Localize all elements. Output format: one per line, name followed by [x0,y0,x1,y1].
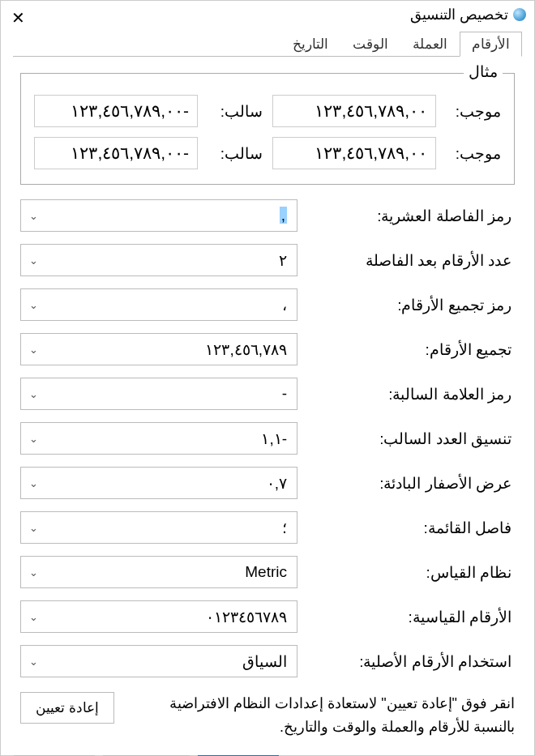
chevron-down-icon: ⌄ [29,477,38,489]
native-digits-select[interactable]: ⌄ السياق [20,645,297,677]
example-positive-value-2: ١٢٣,٤٥٦,٧٨٩,٠٠ [272,137,436,169]
window-title: تخصيص التنسيق [410,6,508,23]
standard-digits-select[interactable]: ⌄ ٠١٢٣٤٥٦٧٨٩ [20,600,297,633]
leading-zeros-select[interactable]: ⌄ ٠,٧ [20,467,297,499]
decimal-symbol-label: رمز الفاصلة العشرية: [297,207,515,225]
chevron-down-icon: ⌄ [29,433,38,445]
example-groupbox: مثال موجب: ١٢٣,٤٥٦,٧٨٩,٠٠ سالب: ١٢٣,٤٥٦,… [20,73,515,185]
chevron-down-icon: ⌄ [29,388,38,400]
decimal-symbol-select[interactable]: ⌄ , [20,199,297,232]
list-separator-select[interactable]: ⌄ ؛ [20,511,297,544]
digits-after-select[interactable]: ⌄ ٢ [20,244,297,276]
chevron-down-icon: ⌄ [29,254,38,267]
negative-sign-select[interactable]: ⌄ - [20,378,297,410]
close-icon[interactable]: ✕ [11,8,25,28]
digit-grouping-select[interactable]: ⌄ ١٢٣,٤٥٦,٧٨٩ [20,333,297,365]
example-negative-value-1: ١٢٣,٤٥٦,٧٨٩,٠٠- [34,95,198,127]
tab-currency[interactable]: العملة [400,32,460,57]
chevron-down-icon: ⌄ [29,344,38,356]
digits-after-label: عدد الأرقام بعد الفاصلة [297,251,515,270]
native-digits-label: استخدام الأرقام الأصلية: [297,652,515,671]
tab-numbers[interactable]: الأرقام [460,32,522,57]
measurement-label: نظام القياس: [297,563,515,582]
chevron-down-icon: ⌄ [29,210,38,222]
example-legend: مثال [464,62,503,81]
tab-content: مثال موجب: ١٢٣,٤٥٦,٧٨٩,٠٠ سالب: ١٢٣,٤٥٦,… [1,57,534,747]
digit-grouping-label: تجميع الأرقام: [297,340,515,359]
example-positive-label-2: موجب: [446,144,501,163]
grouping-symbol-label: رمز تجميع الأرقام: [297,296,515,314]
list-separator-label: فاصل القائمة: [297,519,515,537]
grouping-symbol-select[interactable]: ⌄ ، [20,288,297,321]
dialog-window: ✕ تخصيص التنسيق الأرقام العملة الوقت الت… [0,0,535,756]
example-negative-value-2: ١٢٣,٤٥٦,٧٨٩,٠٠- [34,137,198,169]
chevron-down-icon: ⌄ [29,656,38,668]
chevron-down-icon: ⌄ [29,611,38,623]
negative-format-label: تنسيق العدد السالب: [297,429,515,448]
tab-time[interactable]: الوقت [340,32,400,57]
reset-description: انقر فوق "إعادة تعيين" لاستعادة إعدادات … [126,692,515,739]
chevron-down-icon: ⌄ [29,299,38,311]
tab-date[interactable]: التاريخ [280,32,340,57]
leading-zeros-label: عرض الأصفار البادئة: [297,474,515,493]
example-negative-label-1: سالب: [208,102,263,121]
negative-sign-label: رمز العلامة السالبة: [297,385,515,404]
chevron-down-icon: ⌄ [29,522,38,534]
globe-icon [513,8,526,21]
dialog-footer: تطبيق إلغاء الأمر موافق [1,747,534,756]
example-positive-value-1: ١٢٣,٤٥٦,٧٨٩,٠٠ [272,95,436,127]
chevron-down-icon: ⌄ [29,566,38,579]
example-negative-label-2: سالب: [208,144,263,163]
tab-strip: الأرقام العملة الوقت التاريخ [13,32,522,57]
example-positive-label-1: موجب: [446,102,501,121]
reset-button[interactable]: إعادة تعيين [20,692,114,724]
titlebar: ✕ تخصيص التنسيق [1,1,534,28]
measurement-select[interactable]: ⌄ Metric [20,556,297,588]
negative-format-select[interactable]: ⌄ ١,١- [20,422,297,455]
standard-digits-label: الأرقام القياسية: [297,608,515,626]
